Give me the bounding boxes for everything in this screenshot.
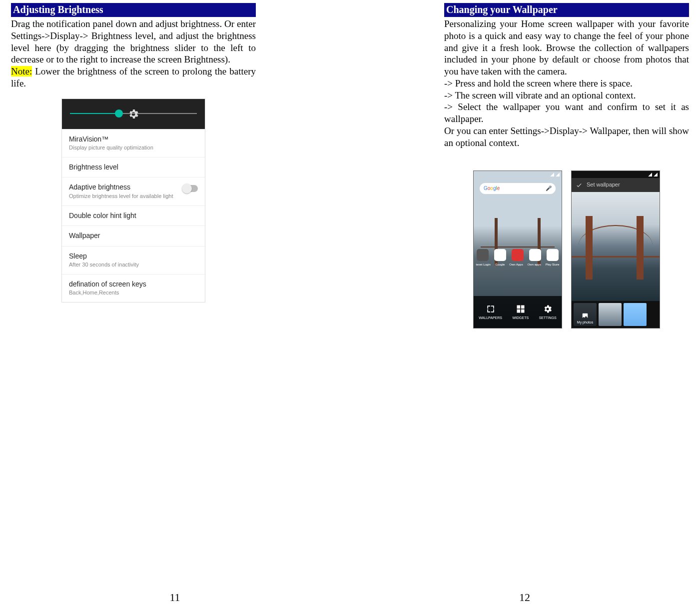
row-sub: After 30 seconds of inactivity [69,262,198,268]
row-sub: Optimize brightness level for available … [69,193,173,200]
photo-icon [582,312,589,320]
row-brightness-level[interactable]: Brightness level [62,157,205,178]
row-title: defination of screen keys [69,280,198,289]
brightness-note: Note: Lower the brightness of the screen… [11,66,256,90]
wallpaper-alt: Or you can enter Settings->Display-> Wal… [444,125,689,149]
section-header-wallpaper: Changing your Wallpaper [444,3,689,17]
app-icon-texet[interactable] [477,249,489,261]
button-label: WIDGETS [512,316,529,320]
wallpaper-icon [486,304,496,314]
status-bar [572,171,660,178]
app-icon-own1[interactable] [512,249,524,261]
phone-display-settings: MiraVision™ Display picture quality opti… [61,98,205,303]
widgets-button[interactable]: WIDGETS [512,304,529,320]
thumb-wallpaper-3[interactable] [624,303,647,326]
set-wallpaper-bar[interactable]: Set wallpaper [572,178,660,192]
brightness-instructions: Drag the notification panel down and adj… [11,18,256,66]
row-sub: Display picture quality optimization [69,144,198,152]
app-label: Own Apps [509,263,523,267]
phone-home-longpress: Google 🎤 texet Login Google Own Apps Own… [473,170,562,328]
phone-set-wallpaper: Set wallpaper My photos [571,170,660,328]
longpress-menu: WALLPAPERS WIDGETS SETTINGS [474,296,562,328]
thumb-my-photos[interactable]: My photos [574,303,597,326]
thumb-wallpaper-2[interactable] [599,303,622,326]
mic-icon[interactable]: 🎤 [546,186,552,192]
brightness-slider-area[interactable] [62,99,205,129]
row-title: Double color hint light [69,212,198,220]
row-miravision[interactable]: MiraVision™ Display picture quality opti… [62,129,205,157]
row-screen-keys[interactable]: defination of screen keys Back,Home,Rece… [62,274,205,302]
note-text: Lower the brightness of the screen to pr… [11,66,256,88]
wallpaper-thumbnails: My photos [572,301,660,328]
button-label: SETTINGS [539,316,557,320]
wallpapers-button[interactable]: WALLPAPERS [479,304,502,320]
row-title: MiraVision™ [69,135,198,144]
page-number-right: 12 [350,590,700,604]
check-icon [576,182,583,188]
row-double-color[interactable]: Double color hint light [62,206,205,226]
row-title: Sleep [69,252,198,261]
slider-thumb[interactable] [115,110,123,118]
wallpaper-preview[interactable] [572,192,660,301]
row-sleep[interactable]: Sleep After 30 seconds of inactivity [62,246,205,274]
row-title: Brightness level [69,163,198,172]
thumb-label: My photos [577,320,593,325]
row-adaptive-brightness[interactable]: Adaptive brightness Optimize brightness … [62,177,205,205]
gear-icon [543,304,553,314]
toggle-adaptive[interactable] [183,185,198,192]
app-icon-google[interactable] [494,249,506,261]
row-sub: Back,Home,Recents [69,290,198,296]
row-title: Adaptive brightness [69,183,173,192]
gear-icon [127,108,139,120]
google-search-bar[interactable]: Google 🎤 [480,183,556,194]
app-label: Own apps [528,263,541,267]
set-wallpaper-label: Set wallpaper [587,182,620,188]
widgets-icon [516,304,526,314]
wallpaper-intro: Personalizing your Home screen wallpaper… [444,18,689,78]
button-label: WALLPAPERS [479,316,502,320]
wallpaper-step-3: -> Select the wallpaper you want and con… [444,101,689,125]
row-title: Wallpaper [69,232,198,240]
app-icon-own2[interactable] [529,249,541,261]
page-number-left: 11 [0,590,350,604]
settings-button[interactable]: SETTINGS [539,304,557,320]
section-header-brightness: Adjusting Brightness [11,3,256,17]
app-label: Play Store [546,263,560,267]
wallpaper-step-2: -> The screen will vibrate and an option… [444,90,689,102]
google-logo: Google [484,186,500,192]
wallpaper-step-1: -> Press and hold the screen where there… [444,78,689,90]
app-label: texet Login [476,263,491,267]
note-label: Note: [11,66,32,76]
app-row [474,249,562,261]
app-labels: texet Login Google Own Apps Own apps Pla… [474,263,562,267]
row-wallpaper[interactable]: Wallpaper [62,226,205,246]
app-label: Google [495,263,505,267]
slider-fill [70,113,117,114]
app-icon-playstore[interactable] [547,249,559,261]
